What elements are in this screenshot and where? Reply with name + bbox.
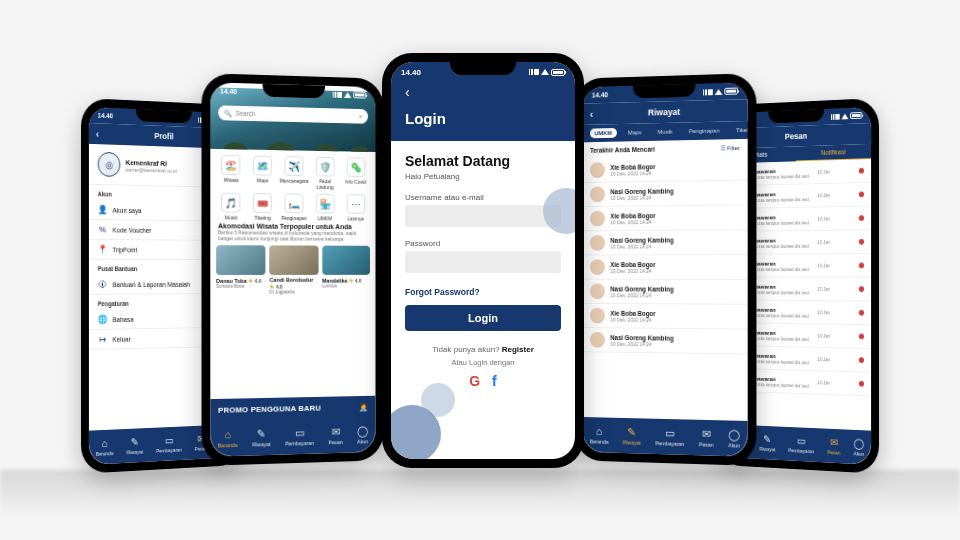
- register-prompt: Tidak punya akun? Register: [405, 345, 561, 354]
- avatar: [590, 211, 605, 227]
- avatar: [590, 259, 605, 275]
- profile-email: pamer@kemenkraf.co.id: [126, 166, 177, 173]
- page-title: Profil: [154, 131, 173, 141]
- avatar: [590, 284, 605, 300]
- bottomnav-riwayat[interactable]: ✎Riwayat: [252, 428, 270, 447]
- history-row[interactable]: Xie Boba Bogor10 Des, 2022 14:24: [583, 255, 748, 280]
- card-candi-borobudur[interactable]: Candi Borobudur ★ 4.8DI Jogjakarta: [270, 245, 319, 294]
- section-subtitle: Berikut 5 Rekomendasi wisata di Indonesi…: [210, 229, 375, 242]
- username-label: Username atau e-mail: [405, 193, 561, 202]
- avatar: ◎: [98, 152, 121, 177]
- avatar: [590, 332, 605, 348]
- or-divider: Atau Login dengan: [405, 358, 561, 367]
- wifi-icon: [715, 88, 723, 94]
- password-input[interactable]: [405, 251, 561, 273]
- subheader: Terakhir Anda Mencari: [590, 146, 655, 154]
- history-row[interactable]: Nasi Goreng Kambing10 Des, 2022 14:24: [583, 230, 748, 255]
- unread-dot: [859, 310, 864, 316]
- history-row[interactable]: Xie Boba Bogor10 Des, 2022 14:24: [583, 156, 748, 183]
- category-maps[interactable]: 🗺️Maps: [248, 155, 278, 189]
- tab-penginapan[interactable]: Penginapan: [684, 126, 724, 137]
- unread-dot: [859, 215, 864, 221]
- bottomnav-pembayaran[interactable]: ▭Pembayaran: [156, 434, 182, 453]
- facebook-login-button[interactable]: f: [492, 373, 497, 389]
- category-mancanegara[interactable]: ✈️Mancanegara: [279, 156, 308, 190]
- bottomnav-pembayaran[interactable]: ▭Pembayaran: [285, 427, 314, 446]
- welcome-subtitle: Halo Petualang: [405, 172, 561, 181]
- login-button[interactable]: Login: [405, 305, 561, 331]
- signal-icon: [831, 113, 840, 119]
- battery-icon: [724, 88, 738, 95]
- search-input[interactable]: 🔍 Search ⌖: [218, 105, 368, 123]
- welcome-title: Selamat Datang: [405, 153, 561, 169]
- page-title: Riwayat: [648, 107, 680, 118]
- filter-button[interactable]: ☰ Filter: [720, 144, 739, 151]
- bottomnav-riwayat[interactable]: ✎Riwayat: [759, 434, 775, 452]
- unread-dot: [859, 168, 864, 174]
- target-icon[interactable]: ⌖: [359, 112, 363, 120]
- forgot-password-link[interactable]: Forgot Password?: [405, 287, 561, 297]
- bottomnav-akun[interactable]: ◯Akun: [357, 425, 368, 444]
- bottomnav-pesan[interactable]: ✉Pesan: [328, 426, 342, 445]
- status-time: 14.40: [98, 112, 113, 119]
- history-row[interactable]: Xie Boba Bogor10 Des, 2022 14:24: [583, 304, 748, 330]
- battery-icon: [551, 69, 565, 76]
- history-row[interactable]: Nasi Goreng Kambing10 Des, 2022 14:24: [583, 181, 748, 208]
- signal-icon: [333, 91, 342, 97]
- back-icon[interactable]: ‹: [590, 109, 593, 120]
- status-time: 14.40: [220, 88, 237, 95]
- category-lainnya[interactable]: ⋯Lainnya: [341, 194, 370, 221]
- password-label: Password: [405, 239, 561, 248]
- category-penginapan[interactable]: 🛏️Penginapan: [279, 193, 308, 221]
- bottomnav-beranda[interactable]: ⌂Beranda: [96, 438, 114, 457]
- bottomnav-riwayat[interactable]: ✎Riwayat: [127, 436, 143, 455]
- google-login-button[interactable]: G: [469, 373, 480, 389]
- back-icon[interactable]: ‹: [96, 128, 99, 139]
- bottomnav-pesan[interactable]: ✉Pesan: [827, 437, 840, 455]
- category-wisata[interactable]: 🏖️Wisata: [216, 155, 246, 189]
- bottomnav-akun[interactable]: ◯Akun: [728, 429, 740, 448]
- bottomnav-riwayat[interactable]: ✎Riwayat: [623, 426, 641, 445]
- history-row[interactable]: Nasi Goreng Kambing10 Des, 2022 14:24: [583, 328, 748, 354]
- avatar: [590, 162, 605, 178]
- tab-maps[interactable]: Maps: [623, 127, 646, 137]
- unread-dot: [859, 263, 864, 269]
- register-link[interactable]: Register: [502, 345, 534, 354]
- category-musik[interactable]: 🎵Musik: [216, 193, 246, 221]
- category-umkm[interactable]: 🏪UMKM: [310, 194, 339, 222]
- unread-dot: [859, 286, 864, 292]
- bottomnav-pembayaran[interactable]: ▭Pembayaran: [788, 435, 814, 454]
- category-pedal lindung[interactable]: 🛡️Pedal Lindung: [310, 157, 339, 191]
- avatar: [590, 187, 605, 203]
- bottomnav-akun[interactable]: ◯Akun: [854, 438, 865, 457]
- bottomnav-pembayaran[interactable]: ▭Pembayaran: [655, 427, 684, 446]
- unread-dot: [859, 357, 864, 363]
- tab-umkm[interactable]: UMKM: [590, 128, 617, 138]
- page-title: Login: [405, 110, 561, 127]
- tab-tiketing[interactable]: Tiketing: [731, 125, 747, 136]
- tab-notifikasi[interactable]: Notifikasi: [796, 144, 871, 161]
- bottomnav-pesan[interactable]: ✉Pesan: [699, 428, 714, 447]
- signal-icon: [529, 69, 539, 75]
- battery-icon: [850, 112, 862, 119]
- search-placeholder: Search: [236, 110, 256, 117]
- username-input[interactable]: [405, 205, 561, 227]
- battery-icon: [353, 91, 366, 98]
- card-danau-toba[interactable]: Danau Toba ★ 4.6Sumatra Barat: [216, 245, 266, 295]
- history-row[interactable]: Nasi Goreng Kambing10 Des, 2022 14:24: [583, 280, 748, 305]
- unread-dot: [859, 191, 864, 197]
- wifi-icon: [344, 92, 351, 98]
- unread-dot: [859, 334, 864, 340]
- status-time: 14.40: [401, 68, 421, 77]
- history-row[interactable]: Xie Boba Bogor10 Des, 2022 14:24: [583, 205, 748, 231]
- back-icon[interactable]: ‹: [405, 84, 410, 100]
- category-tiketing[interactable]: 🎟️Tiketing: [248, 193, 278, 221]
- titlebar-riwayat: ‹ Riwayat: [583, 99, 748, 125]
- card-mandalika[interactable]: Mandalika ★ 4.6Lombok: [322, 246, 370, 295]
- wifi-icon: [541, 69, 549, 75]
- bottomnav-beranda[interactable]: ⌂Beranda: [218, 429, 238, 448]
- category-info covid[interactable]: 🦠Info Covid: [341, 157, 370, 190]
- status-time: 14.40: [592, 91, 608, 98]
- bottomnav-beranda[interactable]: ⌂Beranda: [590, 425, 609, 444]
- tab-musik[interactable]: Musik: [653, 127, 677, 137]
